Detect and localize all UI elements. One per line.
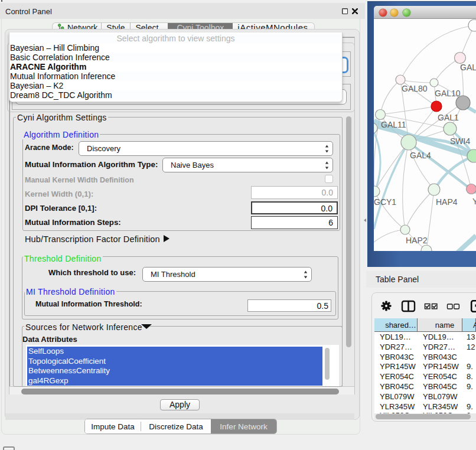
svg-text:HAP2: HAP2 bbox=[406, 236, 428, 245]
svg-text:GAL: GAL bbox=[460, 63, 476, 72]
svg-text:Y: Y bbox=[472, 197, 476, 206]
svg-text:GAL80: GAL80 bbox=[402, 84, 428, 93]
svg-text:GAL10: GAL10 bbox=[435, 89, 461, 98]
svg-text:HAP4: HAP4 bbox=[436, 197, 458, 207]
svg-text:GCY1: GCY1 bbox=[374, 197, 396, 207]
svg-text:GAL4: GAL4 bbox=[410, 151, 431, 160]
svg-text:GAL11: GAL11 bbox=[381, 120, 406, 129]
svg-text:GAL1: GAL1 bbox=[438, 113, 459, 122]
svg-text:SWI4: SWI4 bbox=[450, 136, 470, 146]
